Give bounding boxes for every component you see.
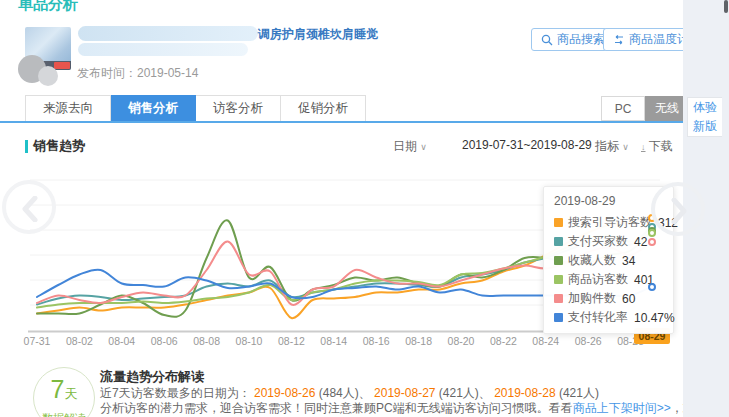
- on-off-shelf-time-link[interactable]: 商品上下架时间>>: [573, 401, 671, 415]
- endpoint-marker-商品访客数[interactable]: [648, 229, 656, 237]
- chevron-down-icon: ∨: [420, 142, 427, 152]
- endpoint-marker-加购件数[interactable]: [648, 238, 656, 246]
- device-toggle: PC无线: [601, 96, 689, 121]
- tooltip-row-商品访客数: 商品访客数401: [554, 270, 663, 289]
- x-axis-label: 08-24: [532, 335, 559, 347]
- scrollbar-thumb[interactable]: [724, 0, 728, 13]
- search-icon: [541, 34, 553, 46]
- censored-product-title-line2: [78, 43, 248, 56]
- experience-new-version-button[interactable]: 体验新版: [687, 97, 722, 137]
- tab-促销分析[interactable]: 促销分析: [281, 95, 366, 122]
- tooltip-row-支付买家数: 支付买家数42: [554, 232, 663, 251]
- swap-arrows-icon: [613, 35, 625, 45]
- tab-销售分析[interactable]: 销售分析: [111, 95, 196, 122]
- top-visitor-date: 2019-08-28: [491, 386, 559, 400]
- x-axis-label: 08-04: [108, 335, 135, 347]
- x-axis-label: 08-08: [193, 335, 220, 347]
- tooltip-date: 2019-08-29: [554, 194, 663, 208]
- download-icon: ↓: [641, 142, 646, 152]
- legend-swatch: [554, 275, 563, 284]
- device-option-PC[interactable]: PC: [601, 96, 645, 121]
- x-axis-label: 08-18: [405, 335, 432, 347]
- top-visitor-date: 2019-08-26: [251, 386, 319, 400]
- chart-next-arrow[interactable]: [651, 182, 705, 236]
- x-axis-label: 08-16: [363, 335, 390, 347]
- date-filter-dropdown[interactable]: 日期 ∨: [393, 138, 427, 155]
- avatar-blur: [38, 66, 58, 86]
- section-accent-bar: [25, 140, 28, 153]
- x-axis-label: 08-02: [66, 335, 93, 347]
- tooltip-row-搜索引导访客数: 搜索引导访客数312: [554, 213, 663, 232]
- download-button[interactable]: ↓ 下载: [641, 138, 673, 155]
- endpoint-marker-支付转化率[interactable]: [648, 283, 656, 291]
- insight-advice-line: 分析访客的潜力需求，迎合访客需求！同时注意兼顾PC端和无线端访客访问习惯哦。看看…: [100, 400, 729, 417]
- x-axis-label: 08-20: [448, 335, 475, 347]
- x-axis-label: 08-26: [575, 335, 602, 347]
- publish-time-label: 发布时间：2019-05-14: [77, 65, 198, 82]
- legend-swatch: [554, 218, 563, 227]
- single-item-analysis-page: 单品分析 调房护肩颈椎坎肩睡觉 发布时间：2019-05-14 商品搜索 商品温…: [0, 0, 729, 417]
- chevron-down-icon: ∨: [622, 142, 629, 152]
- censored-product-title-line1: [78, 26, 258, 41]
- chart-prev-arrow[interactable]: [2, 180, 56, 234]
- page-title: 单品分析: [18, 0, 78, 14]
- seven-day-badge: 7天 数据解读: [33, 367, 95, 417]
- tabs-underline: [0, 121, 683, 123]
- x-axis-label: 08-12: [278, 335, 305, 347]
- tooltip-row-加购件数: 加购件数60: [554, 289, 663, 308]
- section-title: 销售趋势: [33, 137, 85, 155]
- x-axis-label: 08-06: [151, 335, 178, 347]
- legend-swatch: [554, 237, 563, 246]
- thumbnail-promo-tag: [54, 62, 70, 69]
- x-axis-label: 07-31: [24, 335, 51, 347]
- x-axis-label: 08-14: [320, 335, 347, 347]
- badge-caption: 数据解读: [34, 411, 94, 417]
- legend-swatch: [554, 256, 563, 265]
- chevron-right-icon: [669, 198, 689, 224]
- top-visitor-date: 2019-08-27: [371, 386, 439, 400]
- tab-访客分析[interactable]: 访客分析: [196, 95, 281, 122]
- date-range-value[interactable]: 2019-07-31~2019-08-29: [462, 138, 592, 152]
- x-axis-label: 08-22: [490, 335, 517, 347]
- legend-swatch: [554, 294, 563, 303]
- chevron-left-icon: [20, 196, 40, 222]
- insight-title: 流量趋势分布解读: [100, 368, 204, 386]
- analysis-tabs: 来源去向销售分析访客分析促销分析: [25, 95, 366, 122]
- tooltip-row-支付转化率: 支付转化率10.47%: [554, 308, 663, 327]
- legend-swatch: [554, 313, 563, 322]
- tab-来源去向[interactable]: 来源去向: [25, 95, 111, 122]
- tooltip-row-收藏人数: 收藏人数34: [554, 251, 663, 270]
- product-title-visible-text[interactable]: 调房护肩颈椎坎肩睡觉: [258, 26, 378, 43]
- metric-filter-dropdown[interactable]: 指标 ∨: [595, 138, 629, 155]
- x-axis-label: 08-10: [236, 335, 263, 347]
